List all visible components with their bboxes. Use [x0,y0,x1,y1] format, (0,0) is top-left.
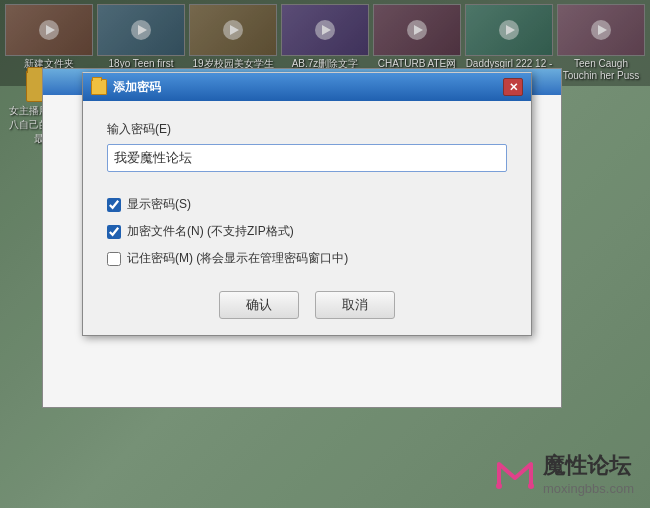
svg-point-0 [496,483,502,489]
checkbox-row-1: 显示密码(S) [107,196,507,213]
cancel-button[interactable]: 取消 [315,291,395,319]
show-password-checkbox[interactable] [107,198,121,212]
watermark-logo-icon [495,456,535,492]
watermark-chinese: 魔性论坛 [543,451,634,481]
desktop: 新建文件夹18yo Teen first Time Masturbat19岁校园… [0,0,650,508]
dialog-buttons: 确认 取消 [107,283,507,319]
show-password-label: 显示密码(S) [127,196,191,213]
dialog-titlebar: 添加密码 ✕ [83,73,531,101]
dialog-body: 输入密码(E) 显示密码(S) 加密文件名(N) (不支持ZIP格式) 记住密码… [83,101,531,335]
password-input[interactable] [107,144,507,172]
encrypt-filename-label: 加密文件名(N) (不支持ZIP格式) [127,223,294,240]
dialog-folder-icon [91,79,107,95]
remember-password-label: 记住密码(M) (将会显示在管理密码窗口中) [127,250,348,267]
encrypt-filename-checkbox[interactable] [107,225,121,239]
add-password-dialog: 添加密码 ✕ 输入密码(E) 显示密码(S) 加密文件名(N) (不支持ZIP格… [82,72,532,336]
dialog-title: 添加密码 [113,79,161,96]
checkbox-row-3: 记住密码(M) (将会显示在管理密码窗口中) [107,250,507,267]
dialog-close-button[interactable]: ✕ [503,78,523,96]
checkbox-row-2: 加密文件名(N) (不支持ZIP格式) [107,223,507,240]
remember-password-checkbox[interactable] [107,252,121,266]
dialog-title-left: 添加密码 [91,79,161,96]
input-label: 输入密码(E) [107,121,507,138]
watermark-url: moxingbbs.com [543,481,634,496]
svg-point-1 [528,483,534,489]
spacer [107,172,507,196]
confirm-button[interactable]: 确认 [219,291,299,319]
watermark-text: 魔性论坛 moxingbbs.com [543,451,634,496]
watermark: 魔性论坛 moxingbbs.com [495,451,634,496]
